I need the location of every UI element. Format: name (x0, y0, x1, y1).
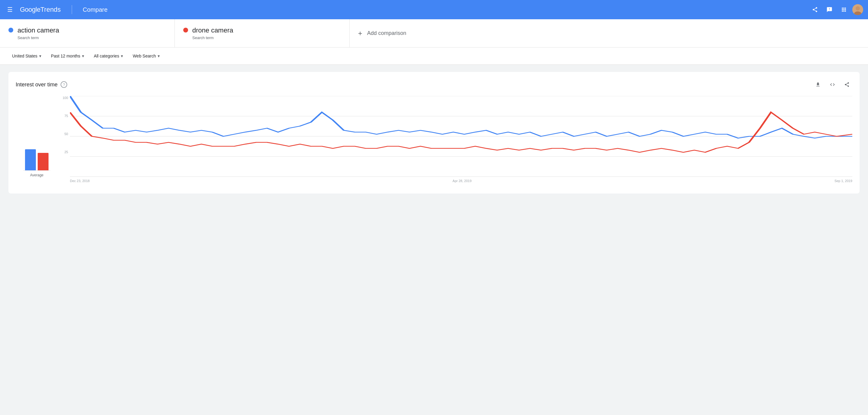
x-label-dec: Dec 23, 2018 (70, 179, 90, 183)
menu-icon[interactable]: ☰ (5, 4, 15, 15)
term-name-1: action camera (18, 27, 59, 34)
region-chevron: ▾ (39, 54, 41, 58)
share-card-icon (844, 82, 849, 87)
embed-button[interactable] (827, 79, 838, 90)
download-icon (815, 82, 821, 87)
average-bar-chart (25, 140, 49, 170)
time-label: Past 12 months (51, 54, 80, 58)
feedback-icon-button[interactable] (824, 4, 835, 15)
y-label-25: 25 (58, 150, 70, 154)
chart-left: Average (16, 96, 58, 186)
x-label-apr: Apr 28, 2019 (453, 179, 472, 183)
term-type-1: Search term (18, 36, 59, 40)
bar-blue (25, 149, 36, 170)
y-label-100: 100 (58, 96, 70, 100)
header-left: ☰ Google Trends Compare (5, 4, 107, 15)
add-comparison-label: Add comparison (367, 30, 406, 36)
help-icon[interactable]: ? (61, 81, 67, 88)
header-right (809, 4, 863, 15)
time-chevron: ▾ (82, 54, 84, 58)
svg-point-1 (856, 6, 860, 10)
share-icon (812, 7, 818, 13)
logo: Google Trends (20, 6, 61, 13)
term-content-2: drone camera Search term (192, 27, 233, 40)
chart-main: 100 75 50 25 (58, 96, 852, 186)
region-label: United States (12, 54, 37, 58)
share-card-button[interactable] (841, 79, 852, 90)
term-dot-blue (8, 28, 13, 33)
header-divider (72, 5, 72, 14)
y-label-75: 75 (58, 114, 70, 118)
category-chevron: ▾ (121, 54, 123, 58)
avatar[interactable] (852, 4, 863, 15)
feedback-icon (827, 7, 832, 13)
term-content-1: action camera Search term (18, 27, 59, 40)
search-type-filter[interactable]: Web Search ▾ (129, 51, 163, 61)
region-filter[interactable]: United States ▾ (8, 51, 45, 61)
trend-chart-svg (70, 96, 852, 177)
search-type-chevron: ▾ (158, 54, 160, 58)
add-comparison-button[interactable]: + Add comparison (350, 19, 868, 47)
blue-line (70, 96, 852, 138)
search-term-2[interactable]: drone camera Search term (175, 19, 350, 47)
average-label: Average (30, 173, 43, 177)
card-header: Interest over time ? (16, 79, 852, 90)
term-name-2: drone camera (192, 27, 233, 34)
red-line (70, 112, 852, 152)
time-filter[interactable]: Past 12 months ▾ (47, 51, 88, 61)
bar-red (38, 153, 49, 170)
page-title: Compare (83, 6, 107, 13)
search-type-label: Web Search (133, 54, 156, 58)
apps-icon-button[interactable] (838, 4, 850, 15)
apps-icon (841, 7, 847, 13)
search-terms-bar: action camera Search term drone camera S… (0, 19, 868, 47)
main-content: Interest over time ? (0, 65, 868, 415)
app-header: ☰ Google Trends Compare (0, 0, 868, 19)
logo-trends: Trends (40, 6, 61, 13)
embed-icon (830, 82, 835, 87)
share-icon-button[interactable] (809, 4, 821, 15)
avatar-image (852, 4, 863, 15)
logo-google: Google (20, 6, 40, 13)
term-dot-red (183, 28, 188, 33)
term-type-2: Search term (192, 36, 233, 40)
y-label-50: 50 (58, 132, 70, 136)
card-title-row: Interest over time ? (16, 81, 67, 88)
card-title: Interest over time (16, 81, 58, 88)
filters-bar: United States ▾ Past 12 months ▾ All cat… (0, 47, 868, 65)
download-button[interactable] (812, 79, 824, 90)
x-label-sep: Sep 1, 2019 (835, 179, 852, 183)
card-actions (812, 79, 852, 90)
search-term-1[interactable]: action camera Search term (0, 19, 175, 47)
category-filter[interactable]: All categories ▾ (90, 51, 127, 61)
interest-over-time-card: Interest over time ? (8, 72, 860, 194)
chart-container: Average 100 75 50 25 (16, 96, 852, 186)
avatar-svg (852, 4, 863, 15)
category-label: All categories (94, 54, 119, 58)
add-icon: + (358, 29, 362, 38)
